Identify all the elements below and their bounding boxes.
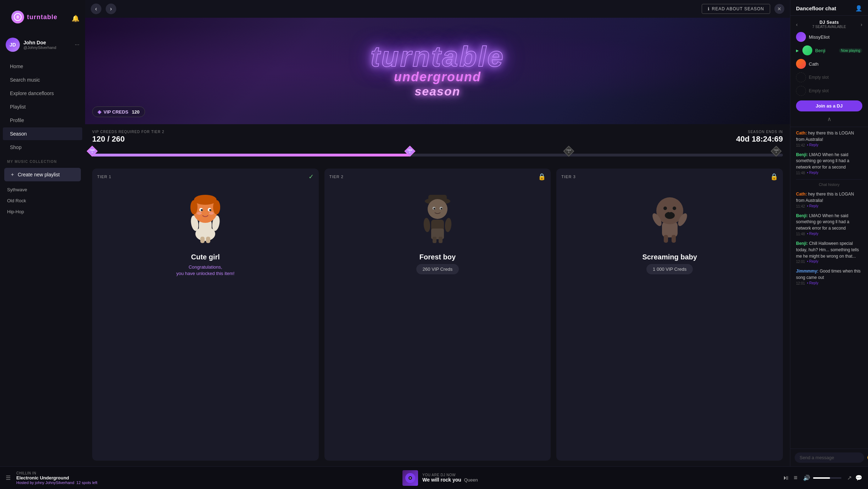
user-menu-icon[interactable]: ··· (75, 42, 79, 48)
notification-icon[interactable]: 🔔 (72, 15, 79, 22)
msg3-reply[interactable]: • Reply (807, 204, 818, 208)
chat-message-2: Benji: LMAO When he said something go wr… (796, 152, 862, 175)
sidebar-item-profile[interactable]: Profile (3, 114, 82, 127)
dj-avatar-cath (796, 59, 806, 69)
share-button[interactable]: ↗ (847, 474, 852, 481)
svg-point-29 (440, 208, 442, 210)
create-playlist-button[interactable]: ＋ Create new playlist (4, 168, 81, 181)
sidebar-item-season[interactable]: Season (3, 127, 82, 140)
msg4-meta: 11:48 • Reply (796, 231, 862, 236)
sidebar-item-shop[interactable]: Shop (3, 141, 82, 154)
tier3-price-button[interactable]: 1 000 VIP Creds (646, 264, 693, 274)
player-song-name: We will rock you Queen (422, 477, 478, 483)
search-music-label: Search music (10, 77, 40, 83)
info-icon: ℹ (708, 6, 710, 11)
empty-slot-circle-1 (796, 72, 806, 82)
msg4-reply[interactable]: • Reply (807, 232, 818, 236)
read-season-button[interactable]: ℹ READ ABOUT SEASON (702, 4, 770, 14)
dj-seats-nav-right[interactable]: › (861, 22, 862, 27)
svg-point-34 (663, 207, 667, 210)
dj-seats-title: DJ Seats (812, 20, 846, 25)
chat-message-6: Jimmmmy: Good times when this song came … (796, 268, 862, 285)
tier1-label: TIER 1 (97, 175, 111, 179)
svg-rect-2 (16, 17, 20, 17)
chat-input[interactable] (795, 452, 864, 463)
playlist-label: Playlist (10, 104, 26, 110)
tier1-name: Cute girl (92, 252, 319, 263)
tier-progress-wrapper: TIER1 TIER2 (92, 147, 783, 160)
playlist-item-old-rock[interactable]: Old Rock (0, 195, 85, 206)
chat-history-divider: Chat history (796, 179, 862, 188)
tier-card-3-header: TIER 3 🔒 (556, 169, 783, 181)
svg-point-15 (197, 212, 202, 215)
dj-seat-missyeliot: MissyEliot (790, 30, 868, 44)
sidebar-item-search-music[interactable]: Search music (3, 73, 82, 86)
bottom-player: ☰ CHILLIN IN Electronic Underground Host… (0, 466, 868, 489)
svg-point-10 (213, 200, 220, 214)
msg3-meta: 11:42 • Reply (796, 204, 862, 208)
album-art (402, 470, 418, 486)
msg2-time: 11:48 (796, 171, 805, 175)
forward-button[interactable]: › (106, 4, 116, 14)
empty-slot-label-1: Empty slot (809, 75, 829, 80)
progress-header: VIP CREEDS REQUIRED FOR TIER 2 120 / 260… (92, 130, 783, 144)
msg5-time: 12:01 (796, 260, 805, 264)
msg1-reply[interactable]: • Reply (807, 143, 818, 147)
close-button[interactable]: ✕ (774, 4, 784, 14)
shop-label: Shop (10, 144, 22, 150)
player-extra-buttons: ↗ 💬 (847, 474, 862, 481)
chat-message-1: Cath: hey there this is LOGAN from Austr… (796, 130, 862, 147)
back-button[interactable]: ‹ (91, 4, 101, 14)
sidebar-item-explore[interactable]: Explore dancefloors (3, 87, 82, 100)
play-pause-button[interactable]: ⏯ (783, 474, 789, 482)
dj-name-benji: Benji (815, 48, 825, 53)
join-dj-button[interactable]: Join as a DJ (796, 100, 862, 111)
chat-message-5: Benji: Chill Halloween special today, hu… (796, 240, 862, 264)
tier3-image (556, 181, 783, 252)
volume-bar[interactable] (813, 477, 841, 479)
queue-button[interactable]: ≡ (794, 474, 797, 482)
profile-label: Profile (10, 117, 24, 123)
player-now-playing: YOU ARE DJ NOW We will rock you Queen (103, 470, 778, 486)
plus-icon: ＋ (10, 171, 15, 178)
tier2-label: TIER 2 (329, 175, 344, 179)
locked-icon-2: 🔒 (538, 173, 546, 181)
msg5-meta: 12:01 • Reply (796, 259, 862, 264)
users-icon: 👤 (855, 5, 862, 12)
dj-seats-nav-left[interactable]: ‹ (796, 22, 798, 27)
msg2-meta: 11:48 • Reply (796, 170, 862, 175)
svg-point-35 (673, 207, 676, 210)
sidebar-item-home[interactable]: Home (3, 60, 82, 73)
chat-toggle-button[interactable]: 💬 (855, 474, 862, 481)
msg5-reply[interactable]: • Reply (807, 259, 818, 263)
svg-point-28 (433, 208, 435, 210)
collapse-dj-seats[interactable]: ∧ (790, 114, 868, 124)
msg2-reply[interactable]: • Reply (807, 171, 818, 175)
season-ends-label: SEASON ENDS IN (736, 130, 783, 134)
my-music-section-label: MY MUSIC COLLECTION (0, 154, 85, 166)
player-room-info: CHILLIN IN Electronic Underground Hosted… (16, 471, 98, 485)
svg-rect-39 (664, 235, 668, 243)
chat-messages-area: Cath: hey there this is LOGAN from Austr… (790, 127, 868, 449)
msg3-time: 11:42 (796, 204, 805, 208)
tier-track: TIER1 TIER2 (92, 154, 783, 156)
cute-girl-character (184, 188, 227, 244)
svg-point-16 (209, 212, 214, 215)
tiers-grid: TIER 1 ✓ (85, 163, 790, 466)
playlist-item-sythwave[interactable]: Sythwave (0, 184, 85, 195)
hero-text: turntable underground season (371, 44, 505, 98)
playlist-item-hip-hop[interactable]: Hip-Hop (0, 206, 85, 217)
player-room-label: CHILLIN IN (16, 471, 98, 475)
coin-icon: ◈ (98, 109, 101, 115)
menu-icon[interactable]: ☰ (6, 474, 11, 481)
tier-card-2-header: TIER 2 🔒 (324, 169, 551, 181)
dj-seat-cath: Cath (790, 57, 868, 71)
dj-seats-info: DJ Seats 7 SEATS AVAILABLE (812, 20, 846, 29)
msg1-time: 11:42 (796, 143, 805, 147)
tier2-price-button[interactable]: 260 VIP Creds (416, 264, 459, 274)
now-playing-tag: Now playing (839, 48, 862, 53)
sidebar-item-playlist[interactable]: Playlist (3, 100, 82, 113)
msg6-reply[interactable]: • Reply (807, 281, 818, 285)
msg3-author: Cath: (796, 192, 808, 197)
progress-section: VIP CREEDS REQUIRED FOR TIER 2 120 / 260… (85, 124, 790, 163)
